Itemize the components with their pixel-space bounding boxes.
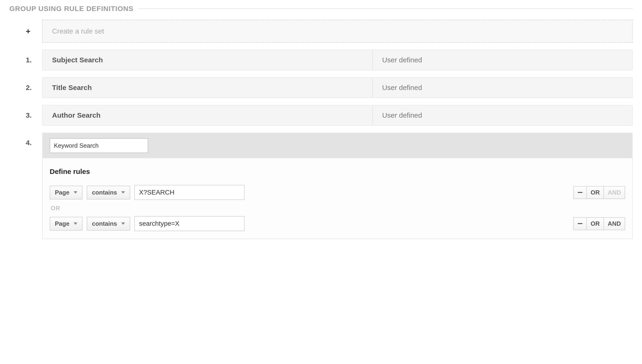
rule-expanded-header (43, 133, 632, 158)
create-rule-row: + Create a rule set (24, 20, 632, 43)
minus-icon (578, 223, 582, 224)
value-input[interactable] (134, 216, 245, 231)
dimension-label: Page (55, 189, 70, 196)
chevron-down-icon (74, 222, 77, 225)
define-rules-title: Define rules (50, 168, 625, 176)
rule-name-input[interactable] (50, 138, 148, 153)
condition-op-group: OR AND (573, 186, 625, 199)
section-title: GROUP USING RULE DEFINITIONS (10, 5, 138, 13)
rule-number: 4. (24, 133, 42, 147)
minus-icon (578, 192, 582, 193)
or-separator: OR (50, 203, 625, 216)
chevron-down-icon (121, 191, 125, 194)
rule-row: 2. Title Search User defined (24, 77, 632, 98)
rule-name: Subject Search (43, 50, 373, 70)
rule-status: User defined (373, 50, 632, 70)
operator-dropdown[interactable]: contains (87, 217, 130, 231)
section-header: GROUP USING RULE DEFINITIONS (10, 5, 632, 13)
content-area: + Create a rule set 1. Subject Search Us… (10, 20, 632, 239)
rule-number: 2. (24, 77, 42, 98)
rule-box[interactable]: Title Search User defined (42, 77, 632, 98)
and-button: AND (604, 186, 625, 198)
rule-number: 3. (24, 105, 42, 126)
create-rule-set-button[interactable]: Create a rule set (42, 20, 632, 43)
plus-icon[interactable]: + (26, 27, 31, 36)
rule-name: Author Search (43, 106, 373, 125)
operator-label: contains (92, 220, 117, 227)
chevron-down-icon (74, 191, 77, 194)
rule-status: User defined (373, 78, 632, 98)
value-input[interactable] (134, 185, 245, 200)
operator-dropdown[interactable]: contains (87, 186, 130, 200)
dimension-dropdown[interactable]: Page (50, 186, 83, 200)
condition-op-group: OR AND (573, 217, 625, 230)
chevron-down-icon (121, 222, 125, 225)
rule-row-expanded: 4. Define rules Page contains (24, 133, 632, 239)
rule-row: 3. Author Search User defined (24, 105, 632, 126)
dimension-label: Page (55, 220, 70, 227)
dimension-dropdown[interactable]: Page (50, 217, 83, 231)
section-divider (138, 8, 632, 9)
remove-condition-button[interactable] (574, 186, 587, 198)
remove-condition-button[interactable] (574, 218, 587, 230)
rule-box[interactable]: Author Search User defined (42, 105, 632, 126)
or-button[interactable]: OR (587, 186, 604, 198)
operator-label: contains (92, 189, 117, 196)
rule-expanded-body: Define rules Page contains (43, 158, 632, 238)
rule-expanded-panel: Define rules Page contains (42, 133, 632, 239)
rule-box[interactable]: Subject Search User defined (42, 50, 632, 70)
rule-number: 1. (24, 50, 42, 70)
create-rule-set-label: Create a rule set (52, 27, 104, 35)
rule-row: 1. Subject Search User defined (24, 50, 632, 70)
rule-name: Title Search (43, 78, 373, 98)
rule-condition-row: Page contains OR AND (50, 216, 625, 231)
or-button[interactable]: OR (587, 218, 604, 230)
rule-status: User defined (373, 106, 632, 125)
rule-condition-row: Page contains OR AND (50, 185, 625, 200)
create-rule-prefix: + (24, 20, 42, 43)
and-button[interactable]: AND (604, 218, 625, 230)
